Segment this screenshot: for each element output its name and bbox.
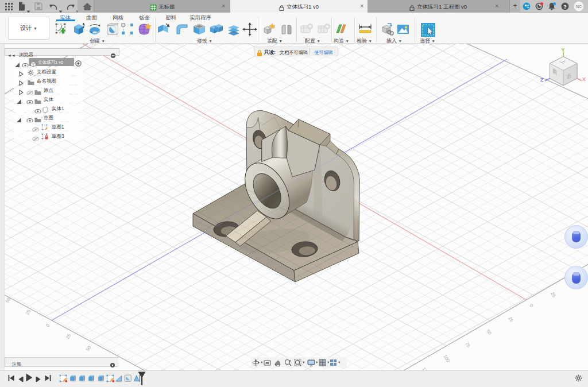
svg-text:NC: NC — [576, 5, 582, 9]
svg-text:X: X — [582, 76, 586, 82]
svg-text:Y: Y — [562, 47, 565, 53]
svg-text:?: ? — [563, 4, 567, 10]
svg-text:Z: Z — [540, 77, 544, 83]
